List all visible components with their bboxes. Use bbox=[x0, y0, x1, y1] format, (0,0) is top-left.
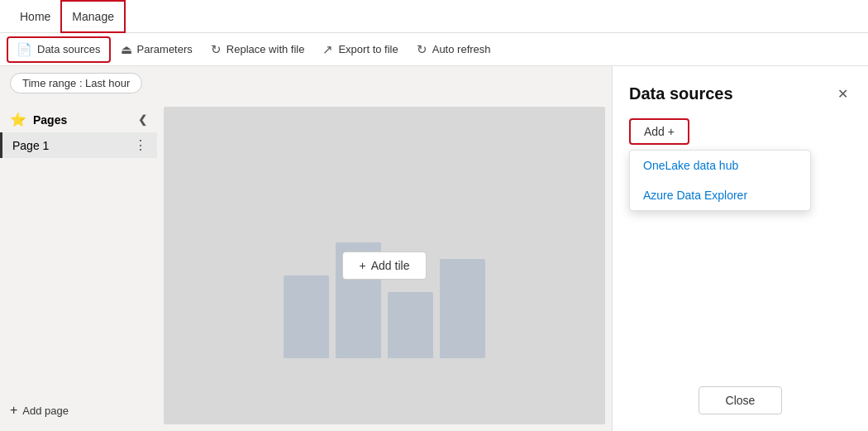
add-datasource-button[interactable]: Add + bbox=[629, 118, 689, 145]
add-page-icon: + bbox=[10, 403, 17, 418]
top-nav: Home Manage bbox=[0, 0, 868, 33]
azure-explorer-option[interactable]: Azure Data Explorer bbox=[630, 180, 810, 210]
time-range-pill[interactable]: Time range : Last hour bbox=[10, 73, 142, 93]
left-section: Time range : Last hour ⭐ Pages ❮ Page 1 … bbox=[0, 66, 612, 431]
page-item-1[interactable]: Page 1 ⋮ bbox=[0, 132, 157, 158]
add-page-button[interactable]: + Add page bbox=[0, 396, 157, 424]
close-panel-icon[interactable]: ✕ bbox=[834, 83, 851, 105]
parameters-button[interactable]: ⏏ Parameters bbox=[112, 36, 201, 63]
page-options-icon[interactable]: ⋮ bbox=[134, 137, 147, 153]
pages-header-left: ⭐ Pages bbox=[10, 112, 67, 127]
autorefresh-button[interactable]: ↻ Auto refresh bbox=[408, 36, 499, 63]
main-area: Time range : Last hour ⭐ Pages ❮ Page 1 … bbox=[0, 66, 868, 431]
bar-4 bbox=[440, 259, 485, 358]
pages-star-icon: ⭐ bbox=[10, 112, 26, 127]
filter-bar: Time range : Last hour bbox=[0, 66, 612, 100]
add-page-label: Add page bbox=[22, 405, 69, 417]
add-tile-button[interactable]: + Add tile bbox=[342, 251, 427, 280]
bar-3 bbox=[388, 292, 433, 358]
replace-icon: ↻ bbox=[211, 42, 222, 57]
nav-home[interactable]: Home bbox=[10, 0, 60, 33]
nav-manage[interactable]: Manage bbox=[60, 0, 126, 33]
canvas-area: + Add tile bbox=[164, 107, 605, 424]
datasources-button[interactable]: 📄 Data sources bbox=[7, 36, 111, 63]
toolbar: 📄 Data sources ⏏ Parameters ↻ Replace wi… bbox=[0, 33, 868, 66]
replace-button[interactable]: ↻ Replace with file bbox=[203, 36, 313, 63]
export-button[interactable]: ↗ Export to file bbox=[314, 36, 406, 63]
panel-footer: Close bbox=[629, 386, 851, 414]
parameters-icon: ⏏ bbox=[121, 42, 132, 57]
bar-1 bbox=[284, 275, 329, 358]
pages-title: Pages bbox=[33, 113, 67, 127]
close-button[interactable]: Close bbox=[699, 386, 783, 414]
page1-label: Page 1 bbox=[12, 139, 49, 152]
pages-header: ⭐ Pages ❮ bbox=[0, 107, 157, 132]
autorefresh-icon: ↻ bbox=[417, 42, 427, 57]
add-tile-label: Add tile bbox=[371, 259, 410, 272]
pages-sidebar: ⭐ Pages ❮ Page 1 ⋮ + Add page bbox=[0, 100, 157, 431]
add-tile-icon: + bbox=[360, 259, 366, 272]
panel-title: Data sources bbox=[629, 84, 733, 103]
onelake-option[interactable]: OneLake data hub bbox=[630, 151, 810, 180]
datasources-icon: 📄 bbox=[17, 42, 32, 57]
datasource-dropdown: OneLake data hub Azure Data Explorer bbox=[629, 150, 811, 211]
export-icon: ↗ bbox=[322, 42, 333, 57]
panel-header: Data sources ✕ bbox=[629, 83, 851, 105]
content-row: ⭐ Pages ❮ Page 1 ⋮ + Add page bbox=[0, 100, 612, 431]
right-panel: Data sources ✕ Add + OneLake data hub Az… bbox=[612, 66, 868, 431]
chevron-left-icon[interactable]: ❮ bbox=[138, 113, 147, 126]
